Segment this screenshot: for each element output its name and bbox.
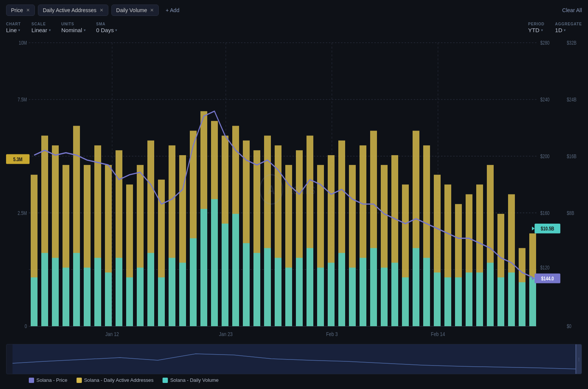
svg-rect-96 — [391, 263, 398, 326]
svg-rect-62 — [211, 199, 218, 326]
svg-rect-114 — [487, 263, 494, 326]
svg-text:Jan 23: Jan 23 — [219, 331, 233, 338]
svg-rect-32 — [52, 258, 59, 326]
sma-control: SMA 0 Days ▾ — [96, 22, 117, 33]
svg-text:Feb 14: Feb 14 — [431, 331, 445, 338]
tab-daa-label: Daily Active Addresses — [43, 7, 97, 13]
svg-text:5.3M: 5.3M — [13, 156, 22, 162]
svg-text:Jan 12: Jan 12 — [105, 331, 119, 338]
tab-price-label: Price — [11, 7, 23, 13]
svg-text:$160: $160 — [540, 210, 549, 216]
units-dropdown[interactable]: Nominal ▾ — [61, 27, 86, 33]
svg-text:10M: 10M — [19, 40, 27, 46]
tab-dv-close[interactable]: ✕ — [150, 8, 154, 13]
units-label: UNITS — [61, 22, 86, 26]
svg-rect-86 — [338, 253, 345, 326]
svg-text:Feb 3: Feb 3 — [326, 331, 338, 338]
svg-rect-92 — [370, 248, 377, 327]
clear-all-button[interactable]: Clear All — [562, 7, 582, 13]
legend-volume-label: Solana - Daily Volume — [170, 377, 219, 383]
aggregate-dropdown[interactable]: 1D ▾ — [555, 27, 582, 33]
add-button[interactable]: + Add — [162, 5, 183, 16]
aggregate-control: AGGREGATE 1D ▾ — [555, 22, 582, 33]
scale-arrow-icon: ▾ — [49, 28, 51, 32]
tab-dv-label: Daily Volume — [116, 7, 147, 13]
svg-rect-106 — [444, 277, 451, 326]
svg-text:2.5M: 2.5M — [18, 210, 27, 216]
tab-price-close[interactable]: ✕ — [26, 8, 30, 13]
scale-dropdown[interactable]: Linear ▾ — [31, 27, 51, 33]
svg-rect-56 — [179, 263, 186, 326]
svg-rect-34 — [63, 268, 69, 326]
svg-text:$32B: $32B — [567, 40, 577, 46]
tab-daa[interactable]: Daily Active Addresses ✕ — [38, 5, 108, 16]
svg-text:rtemis: rtemis — [286, 182, 315, 197]
legend: Solana - Price Solana - Daily Active Add… — [6, 374, 582, 384]
svg-rect-40 — [94, 258, 101, 326]
svg-rect-44 — [116, 258, 122, 326]
svg-rect-58 — [190, 238, 197, 327]
svg-rect-88 — [349, 268, 356, 326]
tab-price[interactable]: Price ✕ — [6, 5, 35, 16]
scale-control: SCALE Linear ▾ — [31, 22, 51, 33]
aggregate-arrow-icon: ▾ — [564, 28, 566, 32]
svg-rect-118 — [508, 272, 515, 326]
svg-rect-42 — [105, 272, 112, 326]
chart-dropdown[interactable]: Line ▾ — [6, 27, 21, 33]
minimap-handle-right[interactable]: ⋮ — [575, 344, 582, 374]
units-arrow-icon: ▾ — [84, 28, 86, 32]
svg-rect-84 — [328, 263, 335, 326]
svg-text:$144.0: $144.0 — [541, 275, 554, 282]
svg-text:A: A — [268, 183, 275, 197]
svg-rect-50 — [147, 253, 154, 326]
scale-label: SCALE — [31, 22, 51, 26]
svg-rect-76 — [285, 268, 292, 326]
svg-text:$10.5B: $10.5B — [541, 226, 554, 232]
sma-arrow-icon: ▾ — [115, 28, 117, 32]
svg-rect-38 — [84, 268, 91, 326]
legend-volume: Solana - Daily Volume — [163, 377, 219, 383]
svg-rect-94 — [381, 268, 388, 326]
svg-rect-112 — [476, 272, 483, 326]
svg-rect-82 — [317, 268, 324, 326]
svg-rect-78 — [296, 258, 303, 326]
svg-rect-28 — [31, 277, 38, 326]
legend-daa-swatch — [77, 378, 82, 383]
units-control: UNITS Nominal ▾ — [61, 22, 86, 33]
chart-svg: 10M 7.5M 5M 2.5M 0 $280 $240 $200 $160 $… — [6, 38, 582, 341]
minimap[interactable]: ⋮ ⋮ — [6, 344, 582, 374]
svg-rect-46 — [126, 277, 133, 326]
tab-daa-close[interactable]: ✕ — [100, 8, 103, 13]
chart-label: CHART — [6, 22, 21, 26]
sma-dropdown[interactable]: 0 Days ▾ — [96, 27, 117, 33]
period-label: PERIOD — [528, 22, 544, 26]
svg-text:$16B: $16B — [567, 154, 577, 160]
svg-rect-90 — [360, 258, 366, 326]
legend-price: Solana - Price — [29, 377, 67, 383]
svg-rect-102 — [423, 258, 430, 326]
chart-area[interactable]: 10M 7.5M 5M 2.5M 0 $280 $240 $200 $160 $… — [6, 38, 582, 341]
legend-daa: Solana - Daily Active Addresses — [77, 377, 154, 383]
svg-text:$8B: $8B — [567, 210, 574, 216]
svg-rect-122 — [529, 277, 536, 326]
period-dropdown[interactable]: YTD ▾ — [528, 27, 544, 33]
svg-rect-98 — [402, 277, 409, 326]
svg-rect-139 — [13, 344, 575, 374]
svg-rect-100 — [413, 248, 419, 327]
svg-rect-80 — [307, 248, 313, 327]
chart-arrow-icon: ▾ — [18, 28, 20, 32]
chart-wrapper: 10M 7.5M 5M 2.5M 0 $280 $240 $200 $160 $… — [6, 38, 582, 384]
legend-volume-swatch — [163, 378, 168, 383]
svg-rect-68 — [243, 243, 250, 327]
svg-text:$200: $200 — [540, 154, 549, 160]
svg-rect-36 — [73, 253, 80, 326]
main-container: Price ✕ Daily Active Addresses ✕ Daily V… — [0, 0, 588, 389]
sma-label: SMA — [96, 22, 117, 26]
svg-rect-60 — [200, 209, 207, 326]
svg-rect-104 — [434, 272, 441, 326]
controls-bar: CHART Line ▾ SCALE Linear ▾ UNITS Nomina… — [6, 22, 582, 33]
svg-rect-108 — [455, 277, 462, 326]
tab-bar: Price ✕ Daily Active Addresses ✕ Daily V… — [6, 5, 582, 16]
svg-text:$0: $0 — [567, 324, 571, 330]
tab-dv[interactable]: Daily Volume ✕ — [111, 5, 159, 16]
